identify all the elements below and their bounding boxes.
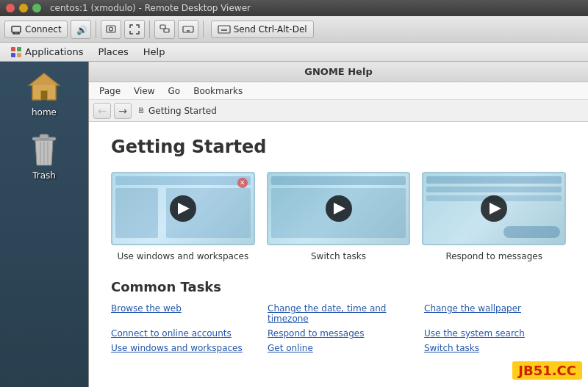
svg-rect-24: [41, 91, 47, 100]
svg-text:🔊: 🔊: [76, 24, 87, 35]
svg-rect-21: [11, 53, 15, 57]
common-tasks-heading: Common Tasks: [111, 279, 566, 294]
keyboard-shortcut-icon: [218, 23, 231, 35]
svg-point-6: [109, 27, 112, 31]
svg-rect-7: [160, 25, 165, 29]
svg-rect-27: [40, 134, 49, 139]
svg-rect-8: [164, 29, 169, 32]
help-title: GNOME Help: [304, 66, 372, 77]
video-thumbnail-1[interactable]: ✕: [111, 172, 255, 245]
video-cards: ✕ Use windows and workspaces Switch task…: [111, 172, 566, 261]
keyboard-icon: [182, 23, 194, 35]
trash-label: Trash: [32, 170, 56, 181]
svg-rect-19: [11, 47, 15, 51]
task-respond-messages[interactable]: Respond to messages: [268, 328, 409, 339]
svg-rect-22: [17, 53, 21, 57]
home-svg: [26, 69, 62, 104]
task-browse-web[interactable]: Browse the web: [111, 303, 253, 324]
ctrl-alt-del-label: Send Ctrl-Alt-Del: [234, 24, 307, 35]
fullscreen-icon: [129, 23, 140, 35]
tasks-grid: Browse the web Change the date, time and…: [111, 303, 566, 353]
svg-rect-0: [12, 26, 21, 32]
applications-menu[interactable]: Applications: [3, 45, 90, 59]
audio-icon: 🔊: [75, 23, 87, 35]
minimize-button[interactable]: [19, 4, 28, 12]
toolbar-separator-2: [149, 21, 150, 38]
applications-label: Applications: [25, 46, 83, 57]
task-connect-accounts[interactable]: Connect to online accounts: [111, 328, 253, 339]
titlebar-text: centos:1 (xmodulo) - Remote Desktop View…: [50, 3, 251, 13]
svg-rect-5: [107, 26, 115, 32]
trash-svg: [29, 133, 59, 167]
places-menu[interactable]: Places: [90, 45, 135, 59]
keyboard-button[interactable]: [178, 20, 198, 39]
task-use-search[interactable]: Use the system search: [424, 328, 566, 339]
video-thumbnail-2[interactable]: [267, 172, 411, 245]
help-view-menu[interactable]: View: [128, 84, 160, 98]
getting-started-heading: Getting Started: [111, 137, 566, 157]
video-thumbnail-3[interactable]: [422, 172, 566, 245]
task-get-online[interactable]: Get online: [268, 343, 409, 353]
trash-icon-img: [26, 132, 62, 167]
places-label: Places: [98, 46, 128, 57]
svg-marker-25: [29, 73, 59, 85]
forward-button[interactable]: →: [114, 103, 132, 119]
video-label-1: Use windows and workspaces: [117, 251, 248, 261]
svg-rect-9: [183, 26, 193, 32]
help-navbar: ← → 🗎 Getting Started: [89, 100, 588, 122]
help-menu[interactable]: Help: [136, 45, 173, 59]
help-go-menu[interactable]: Go: [162, 84, 187, 98]
desktop: home Trash GNOME Help: [0, 62, 588, 387]
maximize-button[interactable]: [32, 4, 41, 12]
screenshot-button[interactable]: [101, 20, 121, 39]
play-button-1[interactable]: [170, 195, 196, 222]
help-titlebar: GNOME Help: [89, 62, 588, 82]
help-content: Getting Started ✕ Use windows and worksp…: [89, 122, 588, 387]
applications-icon: [10, 46, 22, 58]
sidebar: home Trash: [0, 62, 88, 387]
help-page-menu[interactable]: Page: [93, 84, 126, 98]
svg-rect-20: [17, 47, 21, 51]
task-change-wallpaper[interactable]: Change the wallpaper: [424, 303, 566, 324]
help-label: Help: [143, 46, 165, 57]
help-bookmarks-menu[interactable]: Bookmarks: [187, 84, 248, 98]
audio-button[interactable]: 🔊: [71, 20, 91, 39]
ctrl-alt-del-button[interactable]: Send Ctrl-Alt-Del: [211, 21, 314, 38]
breadcrumb-text: Getting Started: [148, 106, 217, 116]
video-label-2: Switch tasks: [311, 251, 366, 261]
video-card-3: Respond to messages: [422, 172, 566, 261]
play-button-3[interactable]: [481, 195, 507, 222]
titlebar: centos:1 (xmodulo) - Remote Desktop View…: [0, 0, 588, 16]
toolbar-separator-3: [203, 21, 204, 38]
connect-label: Connect: [25, 24, 62, 35]
video-card-2: Switch tasks: [267, 172, 411, 261]
back-button[interactable]: ←: [93, 103, 111, 119]
fullscreen-button[interactable]: [124, 20, 145, 39]
svg-rect-14: [218, 26, 230, 33]
task-use-windows[interactable]: Use windows and workspaces: [111, 343, 253, 353]
resize-icon: [159, 23, 171, 35]
resize-button[interactable]: [154, 20, 175, 39]
home-label: home: [32, 107, 57, 117]
toolbar-separator-1: [96, 21, 96, 38]
home-icon[interactable]: home: [15, 69, 74, 117]
video-label-3: Respond to messages: [445, 251, 542, 261]
home-icon-img: [26, 69, 62, 104]
play-button-2[interactable]: [326, 195, 352, 222]
menubar: Applications Places Help: [0, 43, 588, 62]
trash-desktop-icon[interactable]: Trash: [15, 132, 74, 181]
breadcrumb: 🗎 Getting Started: [137, 106, 217, 116]
toolbar: Connect 🔊: [0, 16, 588, 43]
breadcrumb-icon: 🗎: [137, 106, 146, 115]
close-button[interactable]: [6, 4, 15, 12]
connect-icon: [10, 23, 22, 35]
screenshot-icon: [105, 23, 117, 35]
help-menubar: Page View Go Bookmarks: [89, 82, 588, 100]
gnome-help-window: GNOME Help Page View Go Bookmarks ← → 🗎 …: [88, 62, 588, 387]
video-card-1: ✕ Use windows and workspaces: [111, 172, 255, 261]
task-change-date[interactable]: Change the date, time and timezone: [268, 303, 409, 324]
task-switch-tasks[interactable]: Switch tasks: [424, 343, 566, 353]
connect-button[interactable]: Connect: [4, 21, 68, 38]
